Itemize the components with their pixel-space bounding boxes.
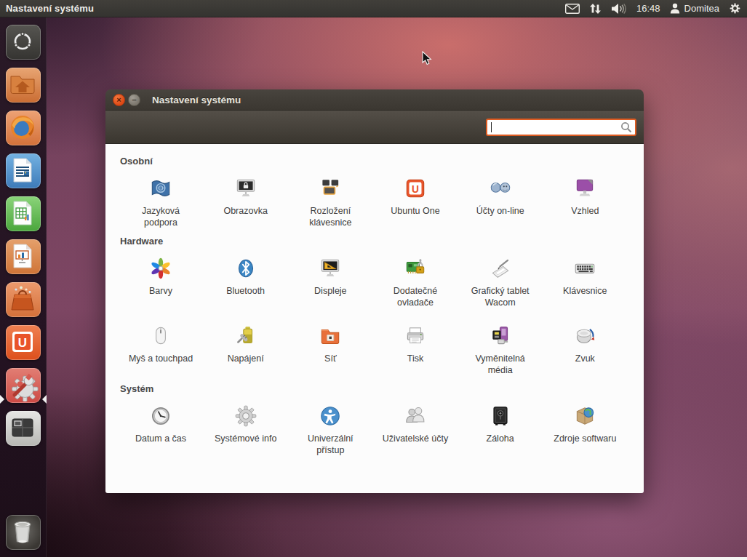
- launcher-firefox[interactable]: [6, 111, 41, 145]
- settings-item-ubuntu-one[interactable]: U Ubuntu One: [375, 175, 456, 228]
- settings-item-klavesnice[interactable]: Klávesnice: [544, 255, 626, 308]
- session-user[interactable]: Domitea: [670, 3, 719, 14]
- settings-item-jazykova-podpora[interactable]: Jazyková podpora: [120, 175, 201, 228]
- power-icon: [233, 323, 259, 349]
- window-toolbar: [105, 111, 644, 144]
- system-settings-icon: [6, 368, 39, 401]
- sound-icon: [572, 323, 598, 349]
- additional-drivers-icon: [402, 255, 428, 281]
- bluetooth-icon: [233, 255, 259, 281]
- launcher-libreoffice-writer[interactable]: [6, 153, 41, 188]
- item-label: Rozložení klávesnice: [294, 205, 367, 228]
- libreoffice-writer-icon: [6, 153, 39, 187]
- settings-item-zaloha[interactable]: Záloha: [460, 403, 541, 456]
- mail-icon[interactable]: [565, 4, 580, 14]
- item-label: Datum a čas: [135, 433, 186, 444]
- text-caret: [491, 122, 492, 132]
- network-arrows-icon[interactable]: [589, 3, 602, 15]
- keyboard-layout-icon: [317, 175, 343, 201]
- search-input[interactable]: [486, 119, 636, 136]
- settings-item-tisk[interactable]: Tisk: [375, 323, 456, 376]
- section-title-hardware: Hardware: [120, 236, 629, 247]
- minimize-button[interactable]: –: [128, 94, 140, 106]
- settings-item-obrazovka[interactable]: Obrazovka: [205, 175, 287, 228]
- settings-item-barvy[interactable]: Barvy: [120, 255, 201, 308]
- settings-item-datum-a-cas[interactable]: Datum a čas: [120, 403, 201, 456]
- workspace-switcher-icon: [6, 411, 39, 444]
- settings-item-bluetooth[interactable]: Bluetooth: [205, 255, 287, 308]
- firefox-icon: [6, 111, 39, 144]
- svg-text:U: U: [412, 183, 419, 195]
- network-icon: [317, 323, 343, 349]
- color-icon: [148, 255, 174, 281]
- launcher-trash[interactable]: [6, 515, 41, 550]
- window-titlebar[interactable]: × – Nastavení systému: [105, 89, 644, 111]
- screen-bottom-strip: [0, 557, 747, 560]
- wacom-tablet-icon: [487, 255, 514, 281]
- volume-icon[interactable]: [611, 3, 627, 15]
- launcher-workspace-switcher[interactable]: [6, 411, 41, 446]
- launcher-system-settings[interactable]: [6, 368, 41, 403]
- user-accounts-icon: [402, 403, 428, 429]
- item-label: Ubuntu One: [391, 205, 439, 217]
- settings-item-sit[interactable]: Síť: [289, 323, 371, 376]
- unity-launcher: U: [0, 17, 47, 557]
- online-accounts-icon: [487, 175, 514, 201]
- launcher-ubuntu-one[interactable]: U: [6, 325, 41, 360]
- item-label: Tisk: [407, 353, 423, 364]
- software-center-icon: [6, 282, 39, 316]
- settings-item-displeje[interactable]: Displeje: [289, 255, 371, 308]
- settings-item-vzhled[interactable]: Vzhled: [544, 175, 626, 228]
- settings-item-zvuk[interactable]: Zvuk: [544, 323, 626, 376]
- mouse-touchpad-icon: [148, 323, 174, 349]
- libreoffice-impress-icon: [6, 239, 39, 273]
- item-label: Záloha: [487, 433, 514, 444]
- settings-item-vymenitelna-media[interactable]: Vyměnitelná média: [460, 323, 541, 376]
- window-title: Nastavení systému: [152, 95, 241, 105]
- settings-item-uzivatelske-ucty[interactable]: Uživatelské účty: [375, 403, 456, 456]
- item-label: Systémové info: [215, 433, 276, 444]
- language-support-icon: [148, 175, 174, 201]
- item-label: Myš a touchpad: [129, 353, 193, 364]
- trash-icon: [6, 515, 39, 548]
- section-title-personal: Osobní: [120, 156, 629, 167]
- launcher-home-folder[interactable]: [6, 68, 41, 103]
- launcher-focused-indicator-icon: [42, 395, 47, 404]
- printing-icon: [402, 323, 428, 349]
- close-button[interactable]: ×: [113, 94, 125, 106]
- item-label: Grafický tablet Wacom: [464, 285, 537, 308]
- launcher-running-indicator-icon: [0, 395, 4, 404]
- ubuntu-one-icon: U: [402, 175, 428, 201]
- item-label: Barvy: [149, 285, 172, 297]
- item-label: Klávesnice: [563, 285, 607, 297]
- item-label: Obrazovka: [223, 205, 267, 217]
- launcher-dash-home[interactable]: [6, 25, 41, 60]
- section-title-system: Systém: [120, 383, 629, 394]
- settings-item-ucty-on-line[interactable]: Účty on-line: [460, 175, 541, 228]
- search-icon: [620, 121, 632, 136]
- settings-item-systemove-info[interactable]: Systémové info: [205, 403, 287, 456]
- settings-item-graficky-tablet-wacom[interactable]: Grafický tablet Wacom: [460, 255, 541, 308]
- settings-item-univerzalni-pristup[interactable]: Univerzální přístup: [289, 403, 371, 456]
- launcher-software-center[interactable]: [6, 282, 41, 317]
- launcher-libreoffice-impress[interactable]: [6, 239, 41, 274]
- settings-item-zdroje-softwaru[interactable]: Zdroje softwaru: [544, 403, 626, 456]
- session-gear-icon[interactable]: [729, 2, 741, 15]
- removable-media-icon: [487, 323, 514, 349]
- ubuntu-one-launcher-icon: U: [6, 325, 39, 359]
- item-label: Zdroje softwaru: [554, 433, 616, 444]
- settings-item-mys-a-touchpad[interactable]: Myš a touchpad: [120, 323, 201, 376]
- panel-clock[interactable]: 16:48: [636, 3, 660, 14]
- item-label: Účty on-line: [476, 205, 524, 217]
- settings-item-rozlozeni-klavesnice[interactable]: Rozložení klávesnice: [289, 175, 371, 228]
- keyboard-icon: [572, 255, 598, 281]
- backup-icon: [487, 403, 514, 429]
- item-label: Displeje: [314, 285, 346, 297]
- item-label: Vzhled: [571, 205, 599, 217]
- settings-item-napajeni[interactable]: Napájení: [205, 323, 287, 376]
- launcher-libreoffice-calc[interactable]: [6, 196, 41, 231]
- hardware-grid: Barvy Bluetooth Displeje Dodatečné ovlad…: [120, 255, 629, 376]
- svg-text:U: U: [18, 336, 27, 350]
- settings-item-dodatecne-ovladace[interactable]: Dodatečné ovladače: [375, 255, 456, 308]
- system-grid: Datum a čas Systémové info Univerzální p…: [120, 403, 629, 456]
